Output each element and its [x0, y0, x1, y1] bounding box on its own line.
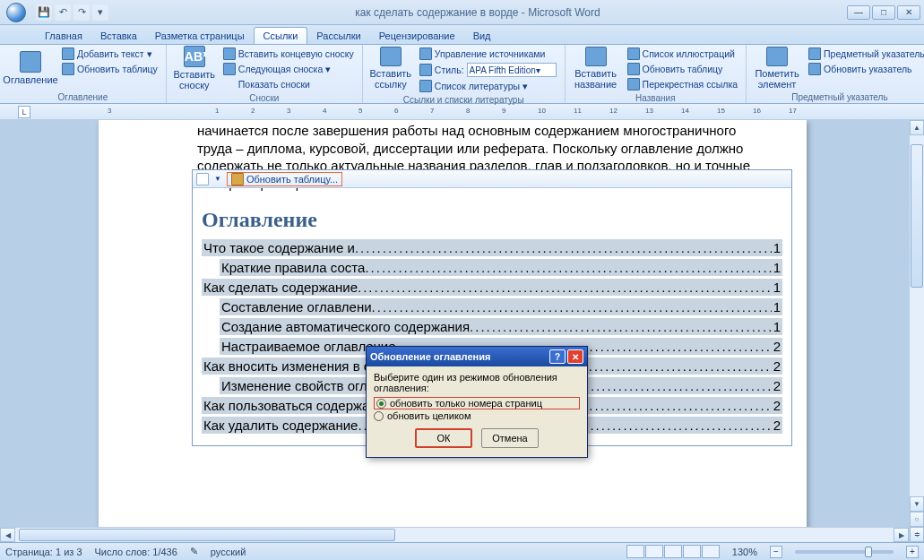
help-button[interactable]: ? — [549, 349, 566, 364]
dialog-titlebar[interactable]: Обновление оглавления ? ✕ — [367, 347, 587, 366]
insert-citation-button[interactable]: Вставитьссылку — [368, 47, 413, 90]
tab-mailings[interactable]: Рассылки — [307, 28, 369, 44]
group-toc: Оглавление Добавить текст ▾ Обновить таб… — [0, 45, 167, 103]
figures-icon — [627, 47, 640, 60]
scroll-left-icon[interactable]: ◀ — [0, 528, 15, 542]
insert-index-button[interactable]: Предметный указатель — [806, 47, 924, 61]
tab-selector[interactable]: L — [18, 106, 30, 118]
toc-entry[interactable]: Создание автоматического содержания ....… — [220, 318, 782, 335]
titlebar: 💾 ↶ ↷ ▾ как сделать содержание в ворде -… — [0, 0, 924, 25]
horizontal-scrollbar[interactable]: ◀ ▶ — [0, 527, 909, 542]
radio-icon — [376, 399, 386, 409]
language-indicator[interactable]: русский — [211, 547, 246, 557]
radio-icon — [374, 411, 384, 421]
status-bar: Страница: 1 из 3 Число слов: 1/436 ✎ рус… — [0, 542, 924, 560]
zoom-knob[interactable] — [865, 547, 872, 557]
minimize-button[interactable]: — — [847, 5, 870, 20]
office-button[interactable] — [0, 0, 32, 25]
insert-caption-button[interactable]: Вставитьназвание — [571, 47, 621, 90]
tab-insert[interactable]: Вставка — [91, 28, 146, 44]
tab-view[interactable]: Вид — [464, 28, 500, 44]
ribbon: Оглавление Добавить текст ▾ Обновить таб… — [0, 45, 924, 104]
radio-page-numbers-only[interactable]: обновить только номера страниц — [374, 397, 580, 409]
undo-icon[interactable]: ↶ — [55, 4, 71, 21]
ribbon-tabs: Главная Вставка Разметка страницы Ссылки… — [0, 25, 924, 45]
zoom-level[interactable]: 130% — [732, 547, 757, 557]
cancel-button[interactable]: Отмена — [481, 428, 539, 448]
dialog-prompt: Выберите один из режимов обновления огла… — [374, 372, 580, 393]
web-layout-view[interactable] — [664, 545, 682, 558]
save-icon[interactable]: 💾 — [36, 4, 52, 21]
document-area: начинается после завершения работы над о… — [0, 120, 924, 542]
full-screen-view[interactable] — [645, 545, 663, 558]
scroll-thumb[interactable] — [911, 144, 923, 288]
update-index-button[interactable]: Обновить указатель — [806, 62, 924, 76]
outline-view[interactable] — [683, 545, 701, 558]
style-dropdown[interactable]: APA Fifth Edition ▾ — [467, 63, 557, 77]
refresh-icon — [62, 63, 74, 75]
group-citations: Вставитьссылку Управление источниками Ст… — [363, 45, 566, 103]
cross-reference-button[interactable]: Перекрестная ссылка — [625, 77, 740, 91]
group-footnotes: AB¹Вставитьсноску Вставить концевую снос… — [167, 45, 363, 103]
tab-layout[interactable]: Разметка страницы — [146, 28, 254, 44]
toc-options-icon[interactable] — [196, 173, 209, 185]
prev-page-icon[interactable]: ≑ — [910, 527, 924, 542]
style-icon — [419, 64, 432, 76]
table-of-figures-button[interactable]: Список иллюстраций — [625, 47, 740, 61]
vertical-scrollbar[interactable]: ▲ ▼ ○ ≑ — [909, 120, 924, 542]
refresh-icon — [627, 63, 640, 75]
update-table-button[interactable]: Обновить таблицу — [59, 62, 160, 76]
toc-icon — [20, 51, 41, 73]
scroll-thumb[interactable] — [19, 529, 395, 541]
update-toc-button[interactable]: Обновить таблицу... — [227, 172, 342, 186]
zoom-in-button[interactable]: + — [906, 546, 919, 558]
citation-style-select[interactable]: Стиль: APA Fifth Edition ▾ — [417, 62, 559, 78]
ok-button[interactable]: ОК — [415, 428, 472, 448]
group-label: Оглавление — [5, 92, 160, 102]
zoom-slider[interactable] — [795, 550, 894, 554]
bibliography-button[interactable]: Список литературы ▾ — [417, 79, 559, 93]
redo-icon[interactable]: ↷ — [73, 4, 90, 21]
zoom-out-button[interactable]: − — [770, 546, 782, 558]
toc-button[interactable]: Оглавление — [5, 47, 56, 90]
close-button[interactable]: ✕ — [897, 5, 920, 20]
refresh-icon — [808, 63, 821, 75]
draft-view[interactable] — [702, 545, 720, 558]
spellcheck-icon[interactable]: ✎ — [190, 546, 198, 557]
toc-entry[interactable]: Что такое содержание и .................… — [202, 239, 782, 256]
dialog-close-button[interactable]: ✕ — [567, 349, 583, 364]
toc-entry[interactable]: Составление оглавлени ..................… — [220, 298, 782, 315]
update-toc-dialog: Обновление оглавления ? ✕ Выберите один … — [366, 346, 588, 458]
update-figures-button[interactable]: Обновить таблицу — [625, 62, 740, 76]
ruler-scale: 31234567891011121314151617 — [36, 104, 924, 119]
next-footnote-button[interactable]: Следующая сноска ▾ — [220, 62, 357, 76]
tab-review[interactable]: Рецензирование — [370, 28, 464, 44]
insert-footnote-button[interactable]: AB¹Вставитьсноску — [172, 47, 217, 90]
group-index: Пометитьэлемент Предметный указатель Обн… — [747, 45, 924, 103]
quick-access-toolbar: 💾 ↶ ↷ ▾ — [36, 4, 108, 21]
add-text-button[interactable]: Добавить текст ▾ — [59, 47, 160, 61]
print-layout-view[interactable] — [626, 545, 644, 558]
page-indicator[interactable]: Страница: 1 из 3 — [5, 547, 82, 557]
scroll-right-icon[interactable]: ▶ — [894, 528, 909, 542]
scroll-down-icon[interactable]: ▼ — [910, 496, 924, 512]
show-notes-button[interactable]: Показать сноски — [220, 77, 357, 91]
endnote-icon — [223, 47, 236, 60]
mark-entry-button[interactable]: Пометитьэлемент — [752, 47, 802, 90]
group-label: Предметный указатель — [752, 92, 924, 102]
tab-home[interactable]: Главная — [36, 28, 91, 44]
toc-entry[interactable]: Как сделать содержание .................… — [202, 279, 782, 296]
qat-customize-icon[interactable]: ▾ — [92, 4, 108, 21]
window-title: как сделать содержание в ворде - Microso… — [108, 6, 847, 19]
tab-references[interactable]: Ссылки — [254, 27, 308, 44]
word-count[interactable]: Число слов: 1/436 — [95, 547, 177, 557]
browse-object-icon[interactable]: ○ — [910, 512, 924, 527]
insert-endnote-button[interactable]: Вставить концевую сноску — [220, 47, 357, 61]
maximize-button[interactable]: □ — [872, 5, 895, 20]
dialog-title: Обновление оглавления — [370, 351, 548, 362]
dropdown-icon[interactable]: ▼ — [214, 175, 221, 183]
manage-sources-button[interactable]: Управление источниками — [417, 47, 559, 61]
toc-entry[interactable]: Краткие правила соста ..................… — [220, 259, 782, 276]
scroll-up-icon[interactable]: ▲ — [910, 120, 924, 135]
radio-entire-table[interactable]: обновить целиком — [374, 410, 580, 421]
